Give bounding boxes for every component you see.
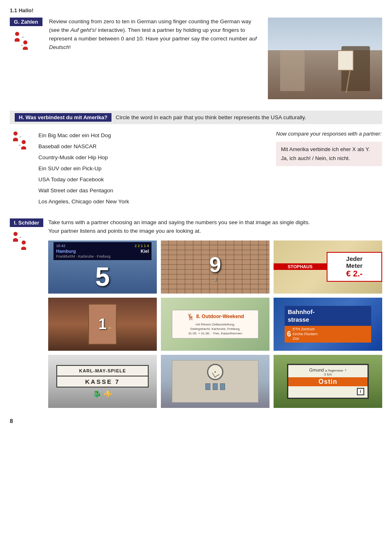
response-line-1: Mit Amerika verbinde ich eher X als Y. — [281, 145, 377, 154]
section-h-label: H. Was verbindest du mit Amerika? — [15, 113, 111, 122]
section-i-content: Take turns with a partner choosing an im… — [48, 218, 382, 408]
partner-heading: Now compare your responses with a partne… — [276, 130, 382, 138]
response-line-2: Ja, ich auch! / Nein, ich nicht. — [281, 154, 377, 163]
schilder-image-7: KARL-MAY-SPIELE KASSE 7 🐉 ⚜️ — [48, 355, 157, 408]
schilder-image-8 — [161, 355, 270, 408]
schilder-image-1: 15:422 2 1 1 4 Hamburg Kiel Frankfurt/M … — [48, 240, 157, 294]
section-h-instruction: Circle the word in each pair that you th… — [116, 114, 306, 120]
word-pair-item: Country-Musik oder Hip Hop — [38, 152, 268, 163]
section-g-photo — [268, 18, 382, 99]
section-g: G. Zahlen → ← Review count — [10, 18, 382, 99]
svg-point-6 — [22, 140, 26, 144]
word-pairs-list: Ein Big Mac oder ein Hot Dog Baseball od… — [34, 130, 268, 207]
image-grid: 15:422 2 1 1 4 Hamburg Kiel Frankfurt/M … — [48, 240, 382, 408]
partner-icon: → ← — [11, 30, 31, 50]
partner-response-box: Now compare your responses with a partne… — [268, 130, 382, 166]
schilder-image-4: 1 — [48, 298, 157, 351]
word-pair-item: Baseball oder NASCAR — [38, 141, 268, 152]
section-h-header: H. Was verbindest du mit Amerika? Circle… — [10, 111, 382, 124]
svg-text:→: → — [18, 235, 22, 239]
schilder-image-6: Bahnhof-strasse 6 ETH ZentrumKirche Flun… — [274, 298, 382, 351]
schilder-image-3: STOPHAUS Jeder Meter € 2.- — [274, 240, 382, 294]
svg-text:←: ← — [18, 143, 22, 147]
section-h-body: → ← Ein Big Mac oder ein Hot Dog Basebal… — [10, 130, 382, 207]
section-g-label: G. Zahlen — [10, 18, 42, 26]
word-pair-item: Ein SUV oder ein Pick-Up — [38, 163, 268, 174]
section-h-icon: → ← — [10, 130, 34, 151]
word-pair-item: Los Angeles, Chicago oder New York — [38, 196, 268, 207]
section-g-text: Review counting from zero to ten in Germ… — [49, 18, 261, 99]
schilder-image-9: Gmund a.Tegernsee ↑ 3 km Ostin i — [274, 355, 382, 408]
section-i-label: I. Schilder — [10, 218, 43, 227]
page-number: 8 — [10, 418, 382, 424]
page-header: 1.1 Hallo! — [10, 7, 382, 13]
svg-point-4 — [13, 131, 18, 136]
word-pair-item: USA Today oder Facebook — [38, 174, 268, 185]
svg-text:→: → — [18, 134, 22, 139]
partner-icon-h: → ← — [10, 130, 29, 149]
svg-text:→: → — [20, 35, 24, 39]
section-h: H. Was verbindest du mit Amerika? Circle… — [10, 111, 382, 207]
word-pair-item: Ein Big Mac oder ein Hot Dog — [38, 130, 268, 141]
word-pair-item: Wall Street oder das Pentagon — [38, 185, 268, 196]
response-box: Mit Amerika verbinde ich eher X als Y. J… — [276, 142, 382, 166]
section-i-instruction-1: Take turns with a partner choosing an im… — [48, 218, 382, 227]
svg-point-10 — [22, 240, 26, 245]
schilder-image-5: 🦌 8. Outdoor-Weekend mit Riesen-Zeltauss… — [161, 298, 270, 351]
svg-text:←: ← — [20, 43, 24, 47]
svg-point-0 — [15, 32, 19, 36]
section-i: I. Schilder → Take turns with a partner … — [10, 218, 382, 408]
schilder-image-2: 9 3 — [161, 240, 270, 294]
svg-point-8 — [13, 232, 18, 236]
partner-icon-i: → — [10, 230, 29, 250]
section-i-body: I. Schilder → Take turns with a partner … — [10, 218, 382, 408]
section-i-instruction-2: Your partner listens and points to the i… — [48, 227, 382, 236]
